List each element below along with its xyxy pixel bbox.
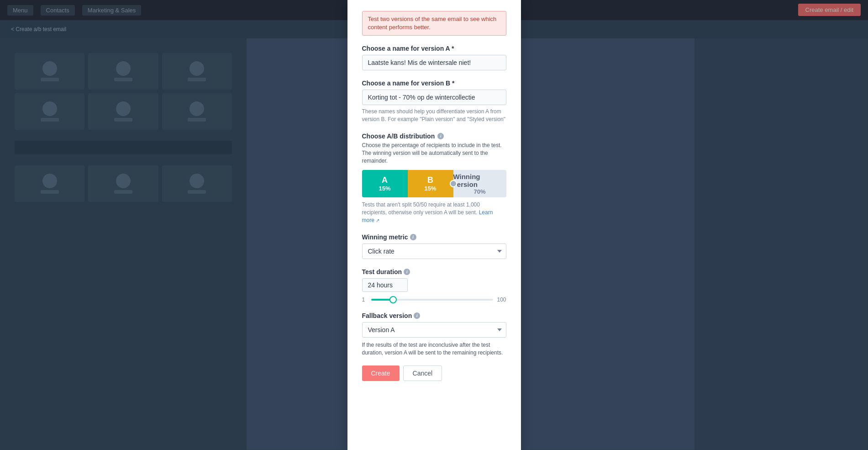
names-helper-text: These names should help you differentiat… bbox=[362, 108, 506, 123]
slider-container: 1 100 bbox=[362, 296, 506, 303]
dist-b-letter: B bbox=[427, 175, 433, 185]
distribution-description: Choose the percentage of recipients to i… bbox=[362, 142, 506, 164]
distribution-warning-text: Tests that aren't split 50/50 require at… bbox=[362, 201, 506, 224]
test-duration-label: Test duration i bbox=[362, 268, 506, 275]
external-link-icon: ↗ bbox=[376, 218, 379, 223]
dist-a-letter: A bbox=[382, 175, 388, 185]
create-button[interactable]: Create bbox=[362, 365, 400, 381]
test-duration-section: Test duration i 24 hours 1 100 bbox=[362, 268, 506, 303]
winning-version-percentage: 70% bbox=[473, 188, 485, 195]
version-b-label: Choose a name for version B * bbox=[362, 79, 506, 87]
fallback-version-section: Fallback version i Version A Version B I… bbox=[362, 312, 506, 357]
distribution-label: Choose A/B distribution i bbox=[362, 132, 506, 140]
test-duration-info-icon[interactable]: i bbox=[404, 269, 410, 275]
fallback-info-icon[interactable]: i bbox=[414, 312, 420, 319]
fallback-warning-text: If the results of the test are inconclus… bbox=[362, 341, 506, 357]
dist-b-block: B 15% bbox=[408, 170, 453, 197]
modal-footer: Create Cancel bbox=[362, 365, 506, 381]
distribution-drag-handle[interactable] bbox=[450, 180, 457, 187]
slider-max-label: 100 bbox=[497, 296, 506, 303]
slider-min-label: 1 bbox=[362, 296, 368, 303]
cancel-button[interactable]: Cancel bbox=[403, 365, 442, 381]
winning-metric-section: Winning metric i Click rate Open rate Re… bbox=[362, 233, 506, 259]
fallback-select-wrapper: Version A Version B bbox=[362, 322, 506, 338]
dist-winning-block: Winning version 70% bbox=[453, 170, 506, 197]
version-a-label: Choose a name for version A * bbox=[362, 45, 506, 52]
distribution-bar: A 15% B 15% Winning version 70% bbox=[362, 170, 506, 197]
dist-a-percentage: 15% bbox=[379, 185, 390, 192]
dist-a-block: A 15% bbox=[362, 170, 408, 197]
version-a-section: Choose a name for version A * bbox=[362, 45, 506, 70]
ab-distribution-section: Choose A/B distribution i Choose the per… bbox=[362, 132, 506, 224]
test-duration-value: 24 hours bbox=[362, 278, 408, 292]
winning-version-label: Winning version bbox=[453, 173, 506, 188]
winning-metric-select-wrapper: Click rate Open rate Revenue bbox=[362, 244, 506, 259]
ab-test-modal: Test two versions of the same email to s… bbox=[347, 0, 521, 450]
winning-metric-info-icon[interactable]: i bbox=[410, 234, 416, 240]
duration-slider[interactable] bbox=[371, 299, 494, 301]
version-a-input[interactable] bbox=[362, 55, 506, 70]
fallback-version-select[interactable]: Version A Version B bbox=[362, 322, 506, 338]
error-banner: Test two versions of the same email to s… bbox=[362, 11, 506, 36]
dist-b-percentage: 15% bbox=[424, 185, 436, 192]
distribution-info-icon[interactable]: i bbox=[437, 133, 444, 139]
fallback-version-label: Fallback version i bbox=[362, 312, 506, 319]
winning-metric-select[interactable]: Click rate Open rate Revenue bbox=[362, 244, 506, 259]
winning-metric-label: Winning metric i bbox=[362, 233, 506, 241]
version-b-section: Choose a name for version B * These name… bbox=[362, 79, 506, 123]
version-b-input[interactable] bbox=[362, 90, 506, 105]
